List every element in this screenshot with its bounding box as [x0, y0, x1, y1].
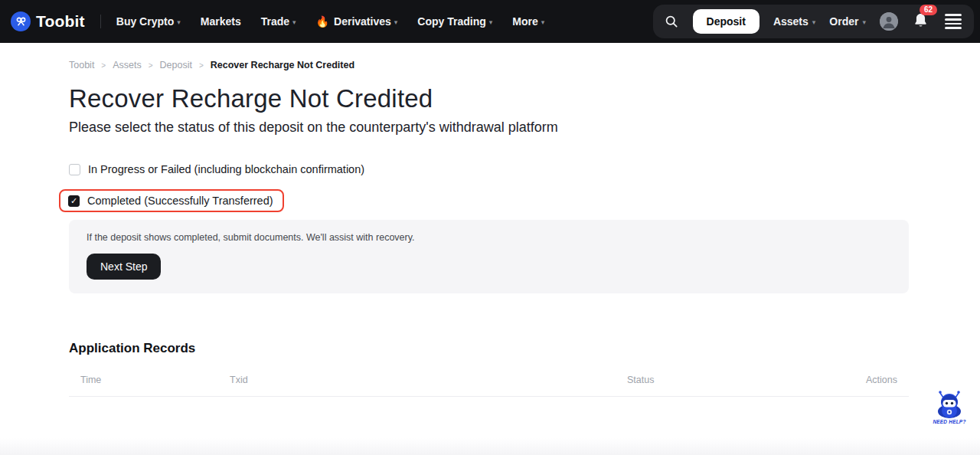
footer-strip	[0, 438, 980, 455]
checkbox-checked[interactable]: ✓	[68, 195, 80, 207]
chevron-down-icon: ▾	[862, 18, 866, 26]
nav-item-label: Assets	[773, 15, 808, 28]
menu-hamburger-icon[interactable]	[943, 12, 963, 30]
breadcrumb-toobit[interactable]: Toobit	[69, 60, 94, 70]
completed-info-panel: If the deposit shows completed, submit d…	[69, 220, 909, 293]
checkbox-unchecked[interactable]	[69, 164, 80, 175]
brand-name: Toobit	[36, 12, 85, 31]
panel-message: If the deposit shows completed, submit d…	[87, 232, 890, 243]
column-header-actions: Actions	[866, 375, 897, 385]
breadcrumb-current: Recover Recharge Not Credited	[211, 60, 354, 70]
page-subtitle: Please select the status of this deposit…	[69, 119, 909, 136]
nav-item-label: Copy Trading	[417, 15, 485, 28]
records-table-divider	[69, 396, 909, 397]
chevron-down-icon: ▾	[177, 18, 181, 26]
search-icon[interactable]	[664, 14, 679, 29]
option-in-progress[interactable]: In Progress or Failed (including blockch…	[69, 160, 364, 178]
main-content: Toobit > Assets > Deposit > Recover Rech…	[0, 60, 980, 397]
top-navbar: Toobit Buy Crypto ▾ Markets Trade ▾ 🔥 De…	[0, 0, 980, 43]
breadcrumb-separator-icon: >	[149, 61, 153, 70]
nav-item-trade[interactable]: Trade ▾	[261, 15, 296, 28]
fire-icon: 🔥	[316, 15, 329, 28]
breadcrumb-deposit[interactable]: Deposit	[160, 60, 192, 70]
nav-item-more[interactable]: More ▾	[512, 15, 544, 28]
breadcrumb: Toobit > Assets > Deposit > Recover Rech…	[69, 60, 909, 70]
column-header-time: Time	[80, 375, 230, 385]
nav-item-buy-crypto[interactable]: Buy Crypto ▾	[116, 15, 181, 28]
breadcrumb-separator-icon: >	[101, 61, 106, 70]
main-nav: Buy Crypto ▾ Markets Trade ▾ 🔥 Derivativ…	[116, 15, 544, 28]
notification-badge: 62	[920, 5, 937, 15]
column-header-txid: Txid	[230, 375, 627, 385]
chevron-down-icon: ▾	[812, 18, 816, 26]
notifications-bell-icon[interactable]: 62	[912, 11, 929, 32]
chevron-down-icon: ▾	[394, 18, 398, 26]
nav-item-label: Markets	[201, 15, 241, 28]
nav-item-label: Buy Crypto	[116, 15, 174, 28]
nav-item-label: Trade	[261, 15, 289, 28]
nav-item-derivatives[interactable]: 🔥 Derivatives ▾	[316, 15, 398, 28]
column-header-status: Status	[627, 375, 866, 385]
option-label[interactable]: Completed (Successfully Transferred)	[87, 195, 273, 207]
breadcrumb-assets[interactable]: Assets	[113, 60, 142, 70]
next-step-button[interactable]: Next Step	[87, 254, 161, 280]
nav-item-markets[interactable]: Markets	[201, 15, 241, 28]
breadcrumb-separator-icon: >	[199, 61, 204, 70]
nav-item-label: More	[512, 15, 537, 28]
user-avatar[interactable]	[880, 12, 898, 31]
nav-right-group: Deposit Assets ▾ Order ▾ 62	[653, 5, 974, 38]
application-records-title: Application Records	[69, 341, 909, 356]
nav-item-copy-trading[interactable]: Copy Trading ▾	[417, 15, 492, 28]
nav-item-label: Derivatives	[334, 15, 391, 28]
nav-item-order[interactable]: Order ▾	[829, 15, 866, 28]
brand[interactable]: Toobit	[11, 11, 85, 31]
toobit-logo-icon	[11, 11, 31, 31]
chat-help-label: NEED HELP?	[933, 419, 966, 424]
nav-divider	[100, 15, 101, 28]
deposit-status-options: In Progress or Failed (including blockch…	[69, 160, 909, 212]
chat-widget[interactable]: NEED HELP?	[933, 388, 966, 424]
nav-item-label: Order	[829, 15, 858, 28]
nav-item-assets[interactable]: Assets ▾	[773, 15, 815, 28]
option-label[interactable]: In Progress or Failed (including blockch…	[88, 163, 364, 175]
records-table-header: Time Txid Status Actions	[69, 375, 909, 396]
page-title: Recover Recharge Not Credited	[69, 84, 909, 113]
chevron-down-icon: ▾	[292, 18, 296, 26]
deposit-button[interactable]: Deposit	[693, 9, 760, 34]
chevron-down-icon: ▾	[489, 18, 493, 26]
option-completed[interactable]: ✓ Completed (Successfully Transferred)	[59, 189, 284, 212]
chevron-down-icon: ▾	[541, 18, 545, 26]
